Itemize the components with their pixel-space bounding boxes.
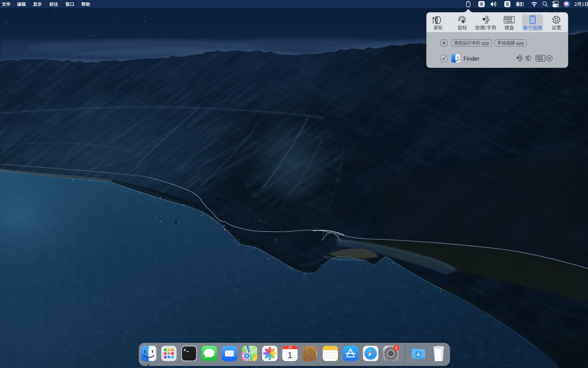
svg-text:1: 1 [288,350,292,360]
svg-text:1: 1 [395,346,397,350]
svg-text:S: S [506,1,509,7]
svg-text:Finder: Finder [463,56,479,62]
